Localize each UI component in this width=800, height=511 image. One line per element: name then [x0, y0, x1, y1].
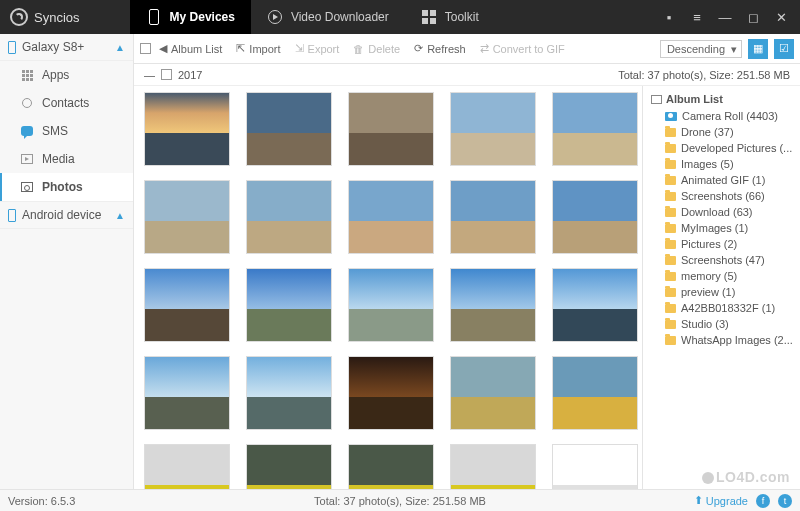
- btn-label: Refresh: [427, 43, 466, 55]
- photo-thumbnail[interactable]: [144, 180, 230, 254]
- chevron-up-icon: ▲: [115, 210, 125, 221]
- maximize-icon[interactable]: ◻: [746, 10, 760, 25]
- photo-thumbnail[interactable]: [348, 268, 434, 342]
- album-item[interactable]: Download (63): [647, 204, 796, 220]
- feedback-icon[interactable]: ▪: [662, 10, 676, 25]
- close-icon[interactable]: ✕: [774, 10, 788, 25]
- phone-icon: [8, 209, 16, 222]
- photo-thumbnail[interactable]: [450, 180, 536, 254]
- device-android[interactable]: Android device ▲: [0, 201, 133, 229]
- tab-video-downloader[interactable]: Video Downloader: [251, 0, 405, 34]
- delete-button[interactable]: 🗑 Delete: [347, 40, 406, 58]
- minimize-icon[interactable]: —: [718, 10, 732, 25]
- folder-icon: [665, 208, 676, 217]
- select-all-checkbox[interactable]: [140, 43, 151, 54]
- sidebar-item-contacts[interactable]: Contacts: [0, 89, 133, 117]
- album-item[interactable]: Pictures (2): [647, 236, 796, 252]
- photo-thumbnail[interactable]: [144, 92, 230, 166]
- album-item[interactable]: WhatsApp Images (2...: [647, 332, 796, 348]
- album-item[interactable]: Developed Pictures (...: [647, 140, 796, 156]
- device-galaxy-s8[interactable]: Galaxy S8+ ▲: [0, 34, 133, 61]
- photo-thumbnail[interactable]: [348, 444, 434, 489]
- folder-icon: [665, 128, 676, 137]
- album-label: Images (5): [681, 158, 734, 170]
- sidebar-item-media[interactable]: Media: [0, 145, 133, 173]
- folder-icon: [665, 320, 676, 329]
- back-arrow-icon: ◀: [159, 42, 167, 55]
- photo-thumbnail[interactable]: [348, 180, 434, 254]
- status-bar: Version: 6.5.3 Total: 37 photo(s), Size:…: [0, 489, 800, 511]
- tab-label: Toolkit: [445, 10, 479, 24]
- sidebar-item-sms[interactable]: SMS: [0, 117, 133, 145]
- sort-dropdown[interactable]: Descending: [660, 40, 742, 58]
- upgrade-icon: ⬆: [694, 494, 703, 507]
- album-item[interactable]: Drone (37): [647, 124, 796, 140]
- tab-toolkit[interactable]: Toolkit: [405, 0, 495, 34]
- album-list-button[interactable]: ◀ Album List: [153, 39, 228, 58]
- album-item[interactable]: Screenshots (66): [647, 188, 796, 204]
- album-item[interactable]: Animated GIF (1): [647, 172, 796, 188]
- album-list-header[interactable]: Album List: [647, 90, 796, 108]
- nav-label: Contacts: [42, 96, 89, 110]
- album-label: Screenshots (47): [681, 254, 765, 266]
- sms-icon: [20, 124, 34, 138]
- photo-thumbnail[interactable]: [246, 92, 332, 166]
- group-checkbox[interactable]: [161, 69, 172, 80]
- photo-thumbnail[interactable]: [246, 356, 332, 430]
- photo-thumbnail[interactable]: [552, 92, 638, 166]
- photo-thumbnail[interactable]: [450, 268, 536, 342]
- photo-thumbnail[interactable]: [144, 268, 230, 342]
- export-button[interactable]: ⇲ Export: [289, 39, 346, 58]
- album-item[interactable]: Screenshots (47): [647, 252, 796, 268]
- photo-thumbnail[interactable]: [450, 444, 536, 489]
- tab-my-devices[interactable]: My Devices: [130, 0, 251, 34]
- photo-thumbnail[interactable]: [552, 268, 638, 342]
- view-select-button[interactable]: ☑: [774, 39, 794, 59]
- share-facebook-icon[interactable]: f: [756, 494, 770, 508]
- album-item[interactable]: A42BB018332F (1): [647, 300, 796, 316]
- sidebar-item-photos[interactable]: Photos: [0, 173, 133, 201]
- folder-icon: [665, 272, 676, 281]
- upgrade-link[interactable]: ⬆ Upgrade: [694, 494, 748, 507]
- photo-thumbnail[interactable]: [144, 444, 230, 489]
- album-item[interactable]: MyImages (1): [647, 220, 796, 236]
- album-item[interactable]: Camera Roll (4403): [647, 108, 796, 124]
- nav-label: Apps: [42, 68, 69, 82]
- photo-thumbnail[interactable]: [450, 92, 536, 166]
- album-item[interactable]: memory (5): [647, 268, 796, 284]
- photo-thumbnail[interactable]: [552, 180, 638, 254]
- album-panel: Album List Camera Roll (4403)Drone (37)D…: [642, 86, 800, 489]
- convert-gif-button[interactable]: ⇄ Convert to GIF: [474, 39, 571, 58]
- version-label: Version: 6.5.3: [8, 495, 75, 507]
- album-label: Drone (37): [681, 126, 734, 138]
- refresh-icon: ⟳: [414, 42, 423, 55]
- nav-label: SMS: [42, 124, 68, 138]
- view-date-button[interactable]: ▦: [748, 39, 768, 59]
- photo-thumbnail[interactable]: [552, 356, 638, 430]
- album-item[interactable]: Images (5): [647, 156, 796, 172]
- album-item[interactable]: preview (1): [647, 284, 796, 300]
- import-button[interactable]: ⇱ Import: [230, 39, 286, 58]
- refresh-button[interactable]: ⟳ Refresh: [408, 39, 472, 58]
- share-twitter-icon[interactable]: t: [778, 494, 792, 508]
- folder-icon: [665, 304, 676, 313]
- photo-thumbnail[interactable]: [552, 444, 638, 489]
- menu-icon[interactable]: ≡: [690, 10, 704, 25]
- photo-thumbnail[interactable]: [348, 356, 434, 430]
- collapse-toggle[interactable]: —: [144, 69, 155, 81]
- contacts-icon: [20, 96, 34, 110]
- photo-thumbnail[interactable]: [450, 356, 536, 430]
- photo-thumbnail[interactable]: [246, 180, 332, 254]
- photo-thumbnail[interactable]: [246, 444, 332, 489]
- photo-thumbnail[interactable]: [246, 268, 332, 342]
- photo-grid[interactable]: [134, 86, 642, 489]
- album-label: Pictures (2): [681, 238, 737, 250]
- album-item[interactable]: Studio (3): [647, 316, 796, 332]
- folder-icon: [665, 192, 676, 201]
- toolbar: ◀ Album List ⇱ Import ⇲ Export 🗑 Delete …: [134, 34, 800, 64]
- status-total: Total: 37 photo(s), Size: 251.58 MB: [314, 495, 486, 507]
- photo-thumbnail[interactable]: [348, 92, 434, 166]
- photo-thumbnail[interactable]: [144, 356, 230, 430]
- album-label: Developed Pictures (...: [681, 142, 792, 154]
- sidebar-item-apps[interactable]: Apps: [0, 61, 133, 89]
